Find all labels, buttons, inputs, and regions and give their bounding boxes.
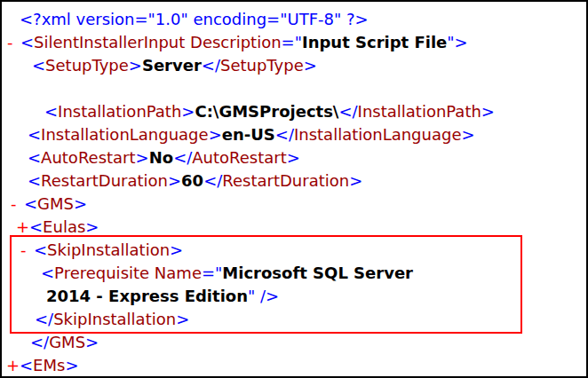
xml-token-punct: > — [461, 125, 474, 144]
xml-line: <SetupType>Server</SetupType> — [2, 54, 586, 77]
xml-token-punct: < — [28, 171, 41, 190]
xml-viewer: <?xml version="1.0" encoding="UTF-8" ?>-… — [0, 0, 588, 378]
xml-token-punct: </ — [338, 102, 357, 121]
xml-token-punct: < — [20, 356, 33, 374]
xml-token-punct: < — [44, 102, 58, 121]
xml-token-punct: > — [136, 148, 149, 167]
xml-line: -<SkipInstallation> — [2, 239, 586, 262]
expand-plus-icon[interactable]: + — [6, 354, 20, 377]
xml-token-punct: </ — [35, 310, 53, 328]
xml-line: </SkipInstallation> — [2, 308, 586, 331]
xml-token-tag: InstallationLanguage — [41, 125, 209, 144]
xml-token-value: en-US — [222, 125, 275, 144]
xml-token-punct: < — [41, 264, 54, 282]
xml-token-punct: </ — [173, 148, 192, 167]
collapse-minus-icon[interactable]: - — [11, 193, 24, 216]
xml-token-tag: GMS — [49, 333, 85, 351]
xml-token-value: 60 — [181, 171, 203, 190]
xml-token-punct: </ — [275, 125, 294, 144]
xml-line: <?xml version="1.0" encoding="UTF-8" ?> — [2, 8, 586, 31]
xml-line: -<SilentInstallerInput Description="Inpu… — [2, 31, 586, 54]
xml-token-punct: > — [170, 240, 183, 259]
xml-token-punct: > — [129, 56, 142, 75]
expand-plus-icon[interactable]: + — [16, 216, 29, 239]
xml-token-punct: < — [20, 33, 34, 51]
xml-token-punct: "> — [447, 33, 467, 51]
xml-token-value: Server — [142, 56, 202, 75]
xml-token-tag: SkipInstallation — [47, 240, 170, 259]
xml-line: +<EMs> — [2, 354, 586, 377]
xml-token-punct: < — [32, 56, 45, 75]
xml-token-tag: SkipInstallation — [53, 310, 176, 328]
xml-line: -<GMS> — [2, 193, 586, 216]
xml-token-punct: < — [29, 217, 43, 236]
xml-token-punct: </ — [30, 333, 49, 351]
xml-token-punct: =" — [202, 264, 222, 282]
xml-token-tag: InstallationLanguage — [294, 125, 462, 144]
xml-token-punct: > — [168, 171, 181, 190]
xml-line: </GMS> — [2, 331, 586, 354]
xml-line: <AutoRestart>No</AutoRestart> — [2, 146, 586, 169]
xml-token-value: Microsoft SQL Server — [222, 264, 413, 282]
xml-token-punct: > — [181, 102, 195, 121]
xml-token-punct: </ — [203, 171, 222, 190]
xml-token-punct: <?xml version="1.0" encoding="UTF-8" ?> — [20, 10, 369, 28]
xml-line: <Prerequisite Name="Microsoft SQL Server — [2, 262, 586, 285]
xml-line: <InstallationPath>C:\GMSProjects\</Insta… — [2, 100, 586, 123]
xml-line: <RestartDuration>60</RestartDuration> — [2, 169, 586, 193]
xml-token-value: No — [149, 148, 173, 167]
xml-token-tag: Prerequisite Name — [54, 264, 202, 282]
xml-token-tag: GMS — [37, 194, 74, 213]
xml-token-punct: =" — [282, 33, 302, 51]
xml-document: <?xml version="1.0" encoding="UTF-8" ?>-… — [2, 8, 586, 377]
xml-line: 2014 - Express Edition" /> — [2, 285, 586, 308]
xml-token-punct: " /> — [248, 287, 279, 305]
xml-token-punct: > — [481, 102, 495, 121]
xml-token-tag: RestartDuration — [41, 171, 168, 190]
xml-token-tag: SetupType — [220, 56, 304, 75]
xml-line: +<Eulas> — [2, 216, 586, 239]
xml-token-punct: > — [209, 125, 222, 144]
xml-token-punct: > — [85, 333, 99, 351]
xml-token-punct: > — [85, 217, 99, 236]
xml-token-value: 2014 - Express Edition — [46, 287, 248, 305]
xml-token-tag: EMs — [33, 356, 65, 374]
blank-line — [2, 77, 586, 100]
xml-token-punct: </ — [202, 56, 220, 75]
xml-token-punct: < — [28, 125, 41, 144]
xml-token-punct: > — [304, 56, 317, 75]
xml-token-punct: < — [28, 148, 41, 167]
xml-token-punct: > — [287, 148, 300, 167]
xml-token-tag: SetupType — [45, 56, 129, 75]
xml-token-punct: < — [34, 240, 47, 259]
xml-token-value: Input Script File — [302, 33, 447, 51]
xml-token-tag: SilentInstallerInput Description — [34, 33, 281, 51]
xml-token-punct: > — [65, 356, 78, 374]
xml-token-tag: InstallationPath — [358, 102, 481, 121]
xml-token-tag: AutoRestart — [41, 148, 136, 167]
xml-token-punct: > — [176, 310, 189, 328]
xml-token-tag: InstallationPath — [58, 102, 181, 121]
collapse-minus-icon[interactable]: - — [7, 31, 20, 54]
xml-token-tag: AutoRestart — [192, 148, 287, 167]
xml-line: <InstallationLanguage>en-US</Installatio… — [2, 123, 586, 146]
collapse-minus-icon[interactable]: - — [20, 239, 34, 262]
xml-token-value: C:\GMSProjects\ — [195, 102, 338, 121]
xml-token-punct: < — [24, 194, 37, 213]
xml-token-tag: Eulas — [43, 217, 85, 236]
xml-token-tag: RestartDuration — [222, 171, 349, 190]
xml-token-punct: > — [349, 171, 362, 190]
xml-token-punct: > — [74, 194, 87, 213]
